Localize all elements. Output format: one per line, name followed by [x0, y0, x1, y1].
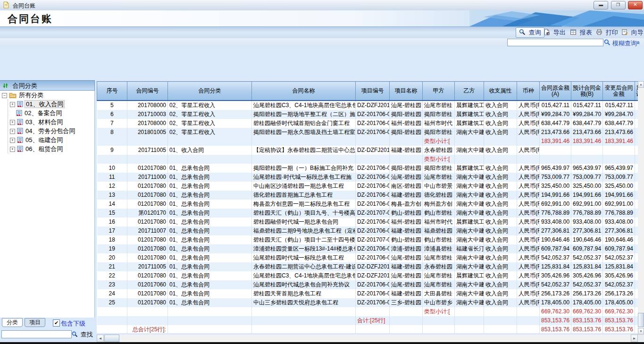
collapse-chevron-icon[interactable]: « — [635, 41, 642, 44]
table-row[interactable]: 1401201708001、总承包合同梅县盈方创意园一期二标段总承包工程DZ-2… — [97, 200, 638, 209]
printer-icon — [596, 29, 602, 35]
collapse-expander-icon[interactable]: − — [2, 93, 7, 98]
app-icon — [2, 1, 9, 8]
table-row[interactable]: 2301201706001、总承包合同汕尾碧桂园时代城总承包合同补充协议DZ-2… — [97, 280, 638, 289]
tab-category[interactable]: 分类 — [2, 318, 23, 327]
expand-icon[interactable]: + — [10, 102, 15, 107]
summary-row[interactable]: 总合计[25行]:853,153.76853,153.76853,153.76 — [97, 325, 638, 333]
close-button[interactable]: ✕ — [628, 1, 643, 9]
table-row[interactable]: 1120171100001、总承包合同汕尾碧桂园·时代城一标段总承包工程施DZ-… — [97, 173, 638, 182]
ledger-icon — [16, 110, 22, 116]
query-button[interactable]: 查询 — [516, 27, 544, 38]
column-header[interactable]: 乙方 — [455, 82, 484, 101]
contract-ledger-window: 合同台账 ▬ ❐ ✕ 合同台账 查询 导出 报表 — [0, 0, 644, 344]
summary-row[interactable]: 类型小计:[183,391.46183,391.46183,391.46 — [97, 137, 638, 146]
summary-row[interactable]: 类型小计:[ — [97, 155, 638, 164]
magnifier-icon — [519, 29, 526, 35]
table-row[interactable]: 1601201708001、总承包合同碧桂园融侨时代城一期总承包合同DZ-201… — [97, 218, 638, 227]
column-header[interactable]: 合同编号 — [127, 82, 168, 101]
table-row[interactable]: 2120171100501、总承包合同永春碧桂园二期营运中心总承包工程-建设DZ… — [97, 262, 638, 271]
fuzzy-search-label[interactable]: 模糊查询 — [612, 39, 637, 48]
vertical-scrollbar[interactable]: ▲ ▼ — [638, 81, 644, 335]
table-row[interactable]: 2401201708001、总承包合同碧桂园天誉首期总承包工程DZ-201706… — [97, 289, 638, 298]
expand-icon[interactable]: + — [10, 138, 15, 143]
minimize-button[interactable]: ▬ — [594, 1, 608, 9]
window-title: 合同台账 — [13, 2, 35, 10]
ledger-icon — [17, 128, 23, 134]
fuzzy-search-input[interactable] — [507, 39, 603, 46]
find-button[interactable]: 查找 — [72, 330, 93, 339]
table-row[interactable]: 2501201708001、总承包合同中山三乡碧桂园天悦府总承包工程DZ-201… — [97, 298, 638, 307]
tree-item-labor[interactable]: +04、劳务分包合同 — [10, 126, 94, 135]
scroll-left-icon[interactable]: ◀ — [97, 335, 104, 342]
expand-icon[interactable]: + — [10, 120, 15, 125]
table-row[interactable]: 920171100501、收入合同【定稿协议】永春碧桂园二期营运中心总DZ-DZ… — [97, 146, 638, 155]
scroll-down-icon[interactable]: ▼ — [638, 328, 644, 335]
vertical-scroll-thumb[interactable] — [638, 313, 644, 327]
sidebar-header: 合同分类 — [0, 80, 95, 91]
expand-icon[interactable]: + — [10, 129, 15, 134]
table-row[interactable]: 15第012017001、总承包合同碧桂园天汇（鹤山）项目九号、十号楼高DZ-2… — [97, 209, 638, 218]
column-header[interactable]: 序号 — [97, 82, 127, 101]
column-header[interactable]: 项目名称 — [390, 82, 423, 101]
table-row[interactable]: 1901201708001、总承包合同漳浦碧桂园货量区一标段13#-14#楼总承… — [97, 244, 638, 253]
table-row[interactable]: 2001201708001、总承包合同汕尾碧桂园时代城一标段总承包工程DZ-20… — [97, 253, 638, 262]
tree-root-label: 所有分类 — [18, 92, 44, 99]
tab-project[interactable]: 项目 — [25, 318, 45, 327]
table-row[interactable]: 1001201708001、总承包合同揭阳碧桂园一期（一）B标施工合同补充DZ-… — [97, 164, 638, 173]
table-row[interactable]: 820180100502、零星工程收入揭阳碧桂园一期永久围墙及挡土墙工程室DZ-… — [97, 128, 638, 137]
column-header[interactable]: 收支属性 — [484, 82, 517, 101]
column-header[interactable]: 预计合同金额(B) — [571, 82, 603, 101]
summary-row[interactable]: 类型小计:[669,762.30669,762.30669,762.30 — [97, 307, 638, 316]
tree-root[interactable]: −所有分类 — [0, 91, 94, 100]
tree-item-record[interactable]: 02、备案合同 — [10, 109, 94, 117]
filter-panel: 货币单位: 元▼ 币种: 人民币▼ ✔ 全部（本位币） 当前操作人: 系统管理员… — [0, 47, 644, 80]
category-search-input[interactable] — [1, 330, 72, 338]
table-row[interactable]: 1201201708001、总承包合同中山南区沙涌碧桂园一期总承包工程DZ-20… — [97, 182, 638, 191]
include-sub-label: 包含下级 — [61, 319, 85, 328]
table-row[interactable]: 1801201708001、总承包合同碧桂园天汇（鹤山）项目十二至十四号楼DZ-… — [97, 235, 638, 244]
column-header[interactable]: 合同分类 — [168, 82, 252, 101]
column-header[interactable]: 币种 — [517, 82, 540, 101]
search-band: 模糊查询 « — [0, 38, 644, 48]
ledger-icon — [17, 119, 23, 125]
table-row[interactable]: 720170800002、零星工程收入碧桂园融侨时代城首期铝合金门窗工程DZ-2… — [97, 119, 638, 128]
sidebar-search: 查找 — [0, 329, 95, 341]
magnifier-icon — [72, 331, 78, 337]
table-row[interactable]: 1301201708001、总承包合同德化碧桂园首期施工总承包工程DZ-2017… — [97, 191, 638, 200]
tree-item-material[interactable]: +03、材料合同 — [10, 117, 94, 126]
column-header[interactable]: 合同名称 — [252, 82, 356, 101]
horizontal-scroll-thumb[interactable] — [104, 335, 119, 342]
expand-icon[interactable]: + — [10, 147, 15, 152]
table-row[interactable]: 1720171100701、总承包合同福鼎碧桂园二期9号地块总承包工程（定稿DZ… — [97, 227, 638, 235]
column-header[interactable]: 合同原金额(A) — [540, 82, 571, 101]
export-button[interactable]: 导出 — [544, 28, 566, 37]
tree-item-temporary[interactable]: +05、临建合同 — [10, 135, 94, 144]
ledger-icon — [17, 146, 23, 152]
table-row[interactable]: 2201201708001、总承包合同汕尾碧桂园C3、C4-1地块高层住宅总承包… — [97, 271, 638, 280]
window-titlebar: 合同台账 ▬ ❐ ✕ — [0, 0, 644, 11]
tree-item-lease[interactable]: +06、租赁合同 — [10, 144, 94, 153]
horizontal-scrollbar[interactable]: ◀ ▶ — [97, 335, 638, 342]
column-header[interactable]: 甲方 — [423, 82, 455, 101]
table-row[interactable]: 620171000302、零星工程收入揭阳碧桂园一期场地平整工程（二区）施DZ-… — [97, 110, 638, 119]
print-button[interactable]: 打印 — [596, 28, 618, 37]
summary-row[interactable]: 合计:[25行]853,153.76853,153.76853,153.76 — [97, 316, 638, 325]
page-header: 合同台账 — [0, 10, 644, 26]
restore-button[interactable]: ❐ — [611, 1, 626, 9]
refresh-icon[interactable] — [3, 83, 8, 89]
table-row[interactable]: 520170800002、零星工程收入汕尾碧桂园C3、C4-1地块高层住宅总承包… — [97, 101, 638, 110]
ledger-icon — [17, 137, 23, 143]
scroll-right-icon[interactable]: ▶ — [631, 335, 638, 342]
column-header[interactable]: 变更后合同金额 — [603, 82, 635, 101]
window-bottom-edge — [0, 342, 644, 344]
contract-table: 序号合同编号合同分类合同名称项目编号项目名称甲方乙方收支属性币种合同原金额(A)… — [97, 81, 638, 333]
tree-item-income[interactable]: +01、收入合同 — [10, 100, 94, 109]
include-sub-checkbox[interactable]: ✔ — [53, 319, 60, 327]
page-title: 合同台账 — [8, 12, 53, 25]
wizard-button[interactable]: 向导 — [621, 28, 644, 37]
scroll-up-icon[interactable]: ▲ — [638, 81, 644, 88]
report-button[interactable]: 报表 — [570, 28, 592, 37]
fuzzy-search-icon — [604, 39, 611, 46]
column-header[interactable]: 项目编号 — [356, 82, 390, 101]
